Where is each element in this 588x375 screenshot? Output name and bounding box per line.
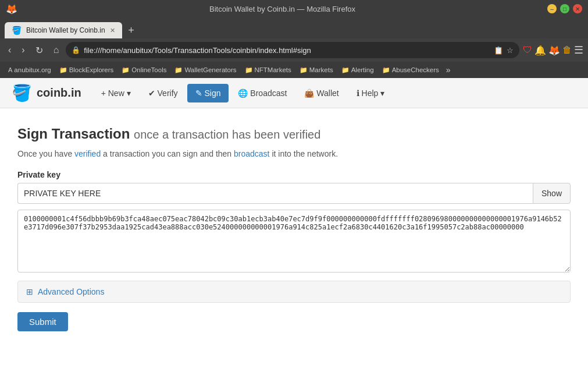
titlebar-controls: – □ ✕	[547, 4, 582, 13]
bookmark-folder-icon-4: 📁	[245, 66, 253, 74]
home-button[interactable]: ⌂	[50, 43, 63, 58]
bookmark-markets[interactable]: 📁 Markets	[296, 65, 337, 75]
tab-favicon: 🪣	[12, 26, 22, 35]
bookmark-icon[interactable]: ☆	[507, 46, 514, 55]
page-heading: Sign Transaction once a transaction has …	[17, 126, 571, 142]
titlebar-title: Bitcoin Wallet by Coinb.in — Mozilla Fir…	[17, 5, 547, 13]
description: Once you have verified a transaction you…	[17, 149, 571, 158]
reload-button[interactable]: ↻	[32, 43, 47, 58]
bookmarks-more-button[interactable]: »	[444, 64, 453, 76]
app-header: 🪣 coinb.in + New ▾ ✔ Verify ✎ Sign 🌐 Bro…	[0, 78, 588, 108]
active-tab[interactable]: 🪣 Bitcoin Wallet by Coinb.in ✕	[5, 22, 122, 38]
reader-icon: 📋	[494, 46, 503, 55]
main-content: Sign Transaction once a transaction has …	[0, 108, 588, 343]
logo-icon: 🪣	[12, 83, 32, 102]
nav-wallet[interactable]: 👜 Wallet	[296, 84, 347, 102]
forward-button[interactable]: ›	[18, 43, 28, 58]
back-button[interactable]: ‹	[5, 43, 15, 58]
advanced-options-label: Advanced Options	[38, 287, 104, 296]
nav-help[interactable]: ℹ Help ▾	[348, 84, 393, 102]
bookmark-nftmarkets[interactable]: 📁 NFTMarkets	[241, 65, 295, 75]
bookmark-folder-icon: 📁	[59, 66, 67, 74]
advanced-options-icon: ⊞	[26, 287, 33, 296]
maximize-button[interactable]: □	[560, 4, 569, 13]
nav-menu: + New ▾ ✔ Verify ✎ Sign 🌐 Broadcast 👜 Wa…	[93, 84, 393, 102]
show-button[interactable]: Show	[533, 183, 571, 204]
bookmark-anubitux[interactable]: A anubitux.org	[5, 65, 55, 75]
lock-icon: 🔒	[72, 46, 80, 54]
bookmark-folder-icon-5: 📁	[300, 66, 308, 74]
extension-bell-icon[interactable]: 🔔	[534, 45, 546, 56]
bookmark-folder-icon-3: 📁	[174, 66, 183, 74]
minimize-button[interactable]: –	[547, 4, 557, 13]
titlebar-left: 🦊	[6, 3, 17, 15]
transaction-hex-textarea[interactable]: 0100000001c4f56dbbb9b69b3fca48aec075eac7…	[17, 210, 571, 273]
private-key-input[interactable]	[17, 183, 533, 204]
heading-main: Sign Transaction	[17, 126, 130, 141]
address-bar[interactable]: 🔒 file:///home/anubitux/Tools/Transactio…	[66, 42, 519, 58]
addressbar: ‹ › ↻ ⌂ 🔒 file:///home/anubitux/Tools/Tr…	[0, 38, 588, 62]
close-button[interactable]: ✕	[573, 4, 582, 13]
toolbar-extensions: 🛡 🔔 🦊 🗑 ☰	[523, 44, 583, 56]
bookmark-folder-icon-2: 📁	[122, 66, 130, 74]
broadcast-link[interactable]: broadcast	[234, 149, 269, 158]
heading-subtitle: once a transaction has been verified	[134, 128, 320, 141]
nav-verify[interactable]: ✔ Verify	[140, 84, 186, 102]
bookmark-folder-icon-7: 📁	[382, 66, 390, 74]
bookmark-abusecheckers[interactable]: 📁 AbuseCheckers	[379, 65, 443, 75]
more-menu-button[interactable]: ☰	[574, 44, 583, 56]
private-key-label: Private key	[17, 170, 571, 179]
nav-sign[interactable]: ✎ Sign	[187, 84, 229, 102]
ublock-icon[interactable]: 🛡	[523, 45, 532, 55]
titlebar: 🦊 Bitcoin Wallet by Coinb.in — Mozilla F…	[0, 0, 588, 17]
advanced-options-row[interactable]: ⊞ Advanced Options	[17, 281, 571, 303]
tab-close-button[interactable]: ✕	[110, 27, 115, 34]
tabbar: 🪣 Bitcoin Wallet by Coinb.in ✕ +	[0, 17, 588, 38]
firefox-icon: 🦊	[6, 3, 17, 15]
bookmark-anubitux-icon: A	[8, 66, 12, 73]
url-display: file:///home/anubitux/Tools/TransactionT…	[84, 46, 490, 55]
bookmark-folder-icon-6: 📁	[341, 66, 350, 74]
logo-text: coinb.in	[37, 86, 81, 100]
private-key-field-wrap: Show	[17, 183, 571, 204]
form-section: Private key Show 0100000001c4f56dbbb9b69…	[17, 170, 571, 331]
bookmark-blockexplorers[interactable]: 📁 BlockExplorers	[56, 65, 117, 75]
page: 🪣 coinb.in + New ▾ ✔ Verify ✎ Sign 🌐 Bro…	[0, 78, 588, 375]
app-logo: 🪣 coinb.in	[12, 83, 81, 102]
submit-button[interactable]: Submit	[17, 312, 68, 331]
extension-trash-icon[interactable]: 🗑	[562, 45, 572, 55]
verified-link[interactable]: verified	[74, 149, 101, 158]
bookmark-walletgenerators[interactable]: 📁 WalletGenerators	[171, 65, 240, 75]
tab-label: Bitcoin Wallet by Coinb.in	[26, 26, 105, 34]
extension-fox-icon[interactable]: 🦊	[548, 45, 560, 56]
nav-new[interactable]: + New ▾	[93, 84, 139, 102]
bookmarks-bar: A anubitux.org 📁 BlockExplorers 📁 Online…	[0, 62, 588, 78]
new-tab-button[interactable]: +	[123, 22, 140, 38]
bookmark-onlinetools[interactable]: 📁 OnlineTools	[118, 65, 170, 75]
nav-broadcast[interactable]: 🌐 Broadcast	[230, 84, 295, 102]
bookmark-alerting[interactable]: 📁 Alerting	[338, 65, 377, 75]
